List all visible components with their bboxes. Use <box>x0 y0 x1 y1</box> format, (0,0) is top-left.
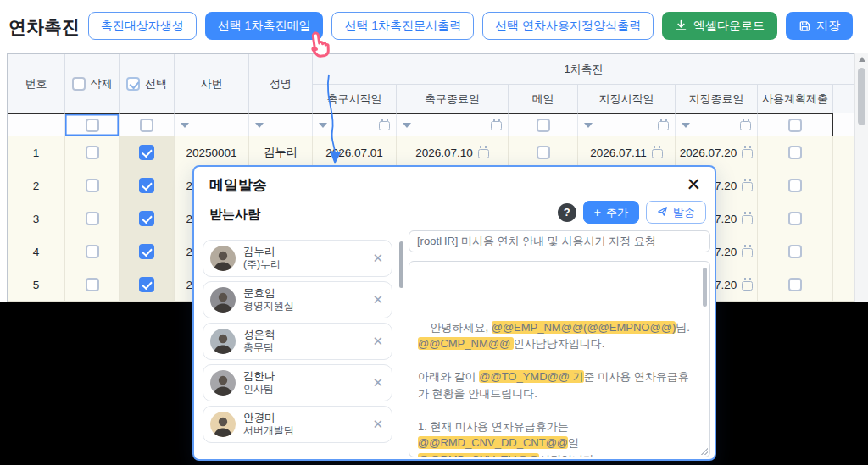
filter-checkbox-mail[interactable] <box>537 119 550 132</box>
calendar-icon[interactable] <box>742 248 753 257</box>
cell-plan[interactable] <box>758 202 833 235</box>
cell-plan[interactable] <box>758 268 833 302</box>
add-recipient-button[interactable]: + 추가 <box>583 201 639 224</box>
cell-plan[interactable] <box>758 136 833 169</box>
remove-recipient-icon[interactable]: ✕ <box>372 417 383 432</box>
filter-checkbox-sel[interactable] <box>140 119 153 132</box>
cell-del[interactable] <box>65 202 120 235</box>
table-scrollbar[interactable] <box>854 53 868 302</box>
plan-checkbox[interactable] <box>788 179 802 192</box>
toolbar-button-5[interactable]: 엑셀다운로드 <box>662 12 777 40</box>
toolbar-button-1[interactable]: 촉진대상자생성 <box>88 12 197 40</box>
filter-cell-del[interactable] <box>65 113 120 136</box>
calendar-icon[interactable] <box>740 121 751 130</box>
filter-cell-empno[interactable] <box>175 113 249 136</box>
cell-sel[interactable] <box>120 268 175 302</box>
filter-cell-desig_start[interactable] <box>578 113 676 136</box>
send-button[interactable]: 발송 <box>646 201 706 224</box>
column-header-label: 사용계획제출 <box>762 91 828 107</box>
plan-checkbox[interactable] <box>788 245 802 258</box>
recipient-name: 안경미 <box>243 412 372 425</box>
cell-no[interactable]: 1 <box>8 136 65 169</box>
cell-del[interactable] <box>65 136 120 169</box>
select-checkbox[interactable] <box>139 211 154 226</box>
calendar-icon[interactable] <box>658 121 669 130</box>
calendar-icon[interactable] <box>652 149 663 158</box>
cell-del[interactable] <box>65 268 120 302</box>
delete-checkbox[interactable] <box>86 212 99 225</box>
calendar-icon[interactable] <box>742 182 753 191</box>
scrollbar-up-icon[interactable] <box>859 57 865 62</box>
cell-sel[interactable] <box>120 202 175 235</box>
calendar-icon[interactable] <box>742 215 753 224</box>
select-checkbox[interactable] <box>139 178 154 193</box>
filter-funnel-icon[interactable] <box>319 123 327 128</box>
cell-del[interactable] <box>65 235 120 268</box>
calendar-icon[interactable] <box>742 281 753 291</box>
filter-funnel-icon[interactable] <box>584 123 593 128</box>
mail-checkbox[interactable] <box>537 146 550 159</box>
remove-recipient-icon[interactable]: ✕ <box>372 334 383 349</box>
resize-handle[interactable] <box>700 447 708 455</box>
mail-subject-input[interactable] <box>409 230 710 252</box>
calendar-icon[interactable] <box>379 121 390 130</box>
cell-del[interactable] <box>65 169 120 202</box>
cell-sel[interactable] <box>120 169 175 202</box>
help-icon[interactable]: ? <box>558 203 576 222</box>
cell-no[interactable]: 2 <box>8 169 65 202</box>
filter-funnel-icon[interactable] <box>255 123 264 128</box>
filter-checkbox-plan[interactable] <box>788 119 802 132</box>
cell-plan[interactable] <box>758 235 833 268</box>
select-checkbox[interactable] <box>139 277 154 292</box>
filter-cell-prompt_end[interactable] <box>397 113 509 136</box>
remove-recipient-icon[interactable]: ✕ <box>372 292 383 307</box>
filter-cell-prompt_start[interactable] <box>313 113 397 136</box>
delete-checkbox[interactable] <box>86 278 99 291</box>
plan-checkbox[interactable] <box>788 146 802 159</box>
cell-no[interactable]: 3 <box>8 202 65 235</box>
mail-body-scrollbar-thumb[interactable] <box>703 268 707 307</box>
cell-no[interactable]: 5 <box>8 268 65 302</box>
toolbar-button-6[interactable]: 저장 <box>786 12 853 40</box>
toolbar-button-2[interactable]: 선택 1차촉진메일 <box>205 12 324 40</box>
plan-checkbox[interactable] <box>788 278 802 291</box>
cell-plan[interactable] <box>758 169 833 202</box>
toolbar-button-4[interactable]: 선택 연차사용지정양식출력 <box>482 12 654 40</box>
header-checkbox-sel[interactable] <box>126 77 140 91</box>
delete-checkbox[interactable] <box>86 146 99 159</box>
recipient-list-scrollbar-thumb[interactable] <box>399 241 403 288</box>
cell-extra[interactable] <box>833 235 855 268</box>
header-checkbox-del[interactable] <box>72 77 86 91</box>
close-icon[interactable]: ✕ <box>686 172 701 197</box>
filter-cell-mail[interactable] <box>509 113 578 136</box>
filter-funnel-icon[interactable] <box>181 123 189 128</box>
select-checkbox[interactable] <box>139 145 154 160</box>
calendar-icon[interactable] <box>478 149 489 158</box>
filter-funnel-icon[interactable] <box>403 123 411 128</box>
filter-cell-desig_end[interactable] <box>676 113 758 136</box>
toolbar-button-3[interactable]: 선택 1차촉진문서출력 <box>331 12 474 40</box>
filter-cell-sel[interactable] <box>120 113 175 136</box>
cell-extra[interactable] <box>833 136 855 169</box>
cell-sel[interactable] <box>120 235 175 268</box>
mail-body-editor[interactable]: 안녕하세요, @@EMP_NM@@(@@EMPNO@@)님. @@CMP_NM@… <box>409 261 710 457</box>
plan-checkbox[interactable] <box>788 212 802 225</box>
delete-checkbox[interactable] <box>86 179 99 192</box>
filter-checkbox-del[interactable] <box>86 119 99 132</box>
filter-cell-plan[interactable] <box>758 113 833 136</box>
select-checkbox[interactable] <box>139 244 154 259</box>
cell-extra[interactable] <box>833 169 855 202</box>
scrollbar-thumb[interactable] <box>858 68 865 125</box>
filter-funnel-icon[interactable] <box>682 123 690 128</box>
filter-cell-name[interactable] <box>249 113 313 136</box>
remove-recipient-icon[interactable]: ✕ <box>372 251 383 266</box>
remove-recipient-icon[interactable]: ✕ <box>372 375 383 390</box>
cell-sel[interactable] <box>120 136 175 169</box>
cell-extra[interactable] <box>833 268 855 302</box>
cell-extra[interactable] <box>833 202 855 235</box>
column-header-extra <box>833 85 855 113</box>
calendar-icon[interactable] <box>491 121 502 130</box>
cell-no[interactable]: 4 <box>8 235 65 268</box>
delete-checkbox[interactable] <box>86 245 99 258</box>
calendar-icon[interactable] <box>742 149 753 158</box>
